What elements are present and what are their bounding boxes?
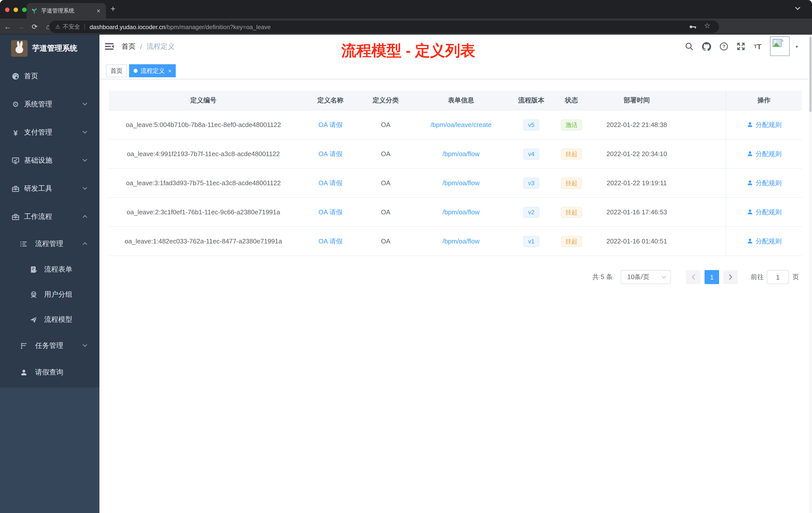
hamburger-fold-icon[interactable] <box>105 42 114 51</box>
chevron-down-icon <box>82 344 87 348</box>
assign-rule-button[interactable]: 分配规则 <box>726 140 802 168</box>
cell-deploy-time: 2022-01-22 20:34:10 <box>594 150 679 158</box>
gear-icon: ⚙ <box>11 100 20 109</box>
cell-definition-category: OA <box>363 237 408 245</box>
sidebar-item-infrastructure[interactable]: 基础设施 <box>0 147 99 175</box>
scrollbar-thumb[interactable] <box>810 37 812 112</box>
sidebar-item-workflow[interactable]: 工作流程 <box>0 203 99 231</box>
svg-text:?: ? <box>723 44 726 49</box>
avatar-caret-down-icon[interactable]: ▾ <box>796 44 798 49</box>
forward-icon[interactable]: → <box>17 23 26 31</box>
prev-page-button[interactable] <box>686 270 700 284</box>
assign-rule-button[interactable]: 分配规则 <box>726 169 802 197</box>
back-icon[interactable]: ← <box>3 23 12 31</box>
version-badge: v4 <box>523 148 539 159</box>
sidebar-item-home[interactable]: 首页 <box>0 62 99 90</box>
page-number-1[interactable]: 1 <box>704 270 719 284</box>
favicon-sprout-icon <box>31 7 38 14</box>
select-caret-icon <box>661 275 666 279</box>
cell-definition-id: oa_leave:5:004b710b-7b8a-11ec-8ef0-acde4… <box>109 121 298 128</box>
assign-rule-button[interactable]: 分配规则 <box>726 198 802 227</box>
password-key-icon[interactable] <box>689 24 697 30</box>
col-header-status: 状态 <box>549 96 594 105</box>
tag-close-icon[interactable]: × <box>168 68 172 74</box>
browser-toolbar: ← → ⟳ ⌂ ⚠ 不安全 dashboard.yudao.iocoder.cn… <box>0 19 812 35</box>
cell-form-link[interactable]: /bpm/oa/flow <box>408 208 514 216</box>
browser-tabstrip: 芋道管理系统 × + <box>0 0 812 19</box>
main-panel: 首页 / 流程定义 流程模型 - 定义列表 ? <box>99 35 812 513</box>
reload-icon[interactable]: ⟳ <box>30 23 39 31</box>
page-scrollbar[interactable] <box>809 35 812 513</box>
page-size-select[interactable]: 10条/页 <box>621 270 671 284</box>
new-tab-button[interactable]: + <box>111 4 116 14</box>
table-row: oa_leave:2:3c1f0ef1-76b1-11ec-9c66-a2380… <box>109 198 802 227</box>
sidebar-item-payment[interactable]: ¥ 支付管理 <box>0 118 99 147</box>
pagination: 共 5 条 10条/页 1 前往 页 <box>592 270 799 284</box>
tab-search-chevron-icon[interactable] <box>795 6 801 10</box>
sidebar-item-system[interactable]: ⚙ 系统管理 <box>0 90 99 118</box>
cell-definition-id: oa_leave:3:1fad3d93-7b75-11ec-a3c8-acde4… <box>109 179 298 187</box>
list-icon <box>19 240 28 248</box>
table-row: oa_leave:4:991f2193-7b7f-11ec-a3c8-acde4… <box>109 140 802 169</box>
sidebar-item-process-model[interactable]: 流程模型 <box>0 307 99 332</box>
cell-definition-category: OA <box>363 121 408 128</box>
status-badge: 挂起 <box>561 236 582 247</box>
cell-form-link[interactable]: /bpm/oa/leave/create <box>408 121 514 128</box>
tasks-branch-icon <box>19 342 28 350</box>
url-host: dashboard.yudao.iocoder.cn <box>90 23 166 30</box>
version-badge: v2 <box>523 207 539 218</box>
assign-rule-button[interactable]: 分配规则 <box>726 111 802 139</box>
sidebar-item-leave-query[interactable]: 请假查询 <box>0 359 99 386</box>
sidebar-logo-row[interactable]: 芋道管理系统 <box>0 35 99 62</box>
cell-form-link[interactable]: /bpm/oa/flow <box>408 179 514 187</box>
not-secure-label[interactable]: 不安全 <box>63 23 80 31</box>
tab-close-icon[interactable]: × <box>96 7 102 14</box>
sidebar-item-process-form[interactable]: 流程表单 <box>0 257 99 282</box>
browser-tab[interactable]: 芋道管理系统 × <box>27 3 106 19</box>
cell-definition-name-link[interactable]: OA 请假 <box>298 237 363 246</box>
tag-process-definition[interactable]: 流程定义 × <box>129 64 176 77</box>
sidebar-item-user-group[interactable]: 用户分组 <box>0 282 99 307</box>
form-edit-icon <box>29 266 38 274</box>
fullscreen-icon[interactable] <box>737 42 745 51</box>
tag-home[interactable]: 首页 <box>106 64 127 77</box>
window-controls[interactable] <box>5 7 27 12</box>
cell-definition-category: OA <box>363 208 408 216</box>
breadcrumb: 首页 / 流程定义 <box>121 35 175 58</box>
status-badge: 挂起 <box>561 207 582 218</box>
help-icon[interactable]: ? <box>720 42 728 51</box>
definition-table: 定义编号 定义名称 定义分类 表单信息 流程版本 状态 部署时间 操作 oa_l… <box>109 91 802 256</box>
paper-plane-icon <box>29 316 38 324</box>
github-icon[interactable] <box>702 42 711 51</box>
sidebar-item-process-management[interactable]: 流程管理 <box>0 231 99 257</box>
chevron-down-icon <box>82 187 87 190</box>
cell-form-link[interactable]: /bpm/oa/flow <box>408 150 514 158</box>
col-header-definition-category: 定义分类 <box>363 96 408 105</box>
next-page-button[interactable] <box>723 270 738 284</box>
cell-definition-name-link[interactable]: OA 请假 <box>298 120 363 129</box>
avatar[interactable] <box>770 36 790 56</box>
cell-form-link[interactable]: /bpm/oa/flow <box>408 237 514 245</box>
bookmark-star-icon[interactable]: ☆ <box>704 22 710 30</box>
cell-definition-name-link[interactable]: OA 请假 <box>298 149 363 158</box>
close-window-button[interactable] <box>5 7 9 12</box>
assign-rule-button[interactable]: 分配规则 <box>726 227 802 255</box>
sidebar-item-dev-tools[interactable]: 研发工具 <box>0 175 99 203</box>
cell-definition-name-link[interactable]: OA 请假 <box>298 208 363 217</box>
sidebar-item-task-management[interactable]: 任务管理 <box>0 332 99 359</box>
active-tag-dot <box>134 69 138 73</box>
font-size-icon[interactable]: TT <box>754 42 761 51</box>
table-row: oa_leave:1:482ec033-762a-11ec-8477-a2380… <box>109 227 802 256</box>
toolbox-icon <box>11 185 20 193</box>
zoom-window-button[interactable] <box>22 7 27 12</box>
navbar: 首页 / 流程定义 流程模型 - 定义列表 ? <box>99 35 812 58</box>
minimize-window-button[interactable] <box>13 7 18 12</box>
address-bar[interactable]: ⚠ 不安全 dashboard.yudao.iocoder.cn/bpm/man… <box>49 21 719 33</box>
search-icon[interactable] <box>685 42 694 51</box>
not-secure-warning-icon: ⚠ <box>55 24 60 30</box>
breadcrumb-home[interactable]: 首页 <box>121 42 136 51</box>
cell-definition-name-link[interactable]: OA 请假 <box>298 178 363 187</box>
table-row: oa_leave:5:004b710b-7b8a-11ec-8ef0-acde4… <box>109 111 802 140</box>
goto-page-input[interactable] <box>767 270 789 284</box>
person-icon <box>747 121 753 128</box>
